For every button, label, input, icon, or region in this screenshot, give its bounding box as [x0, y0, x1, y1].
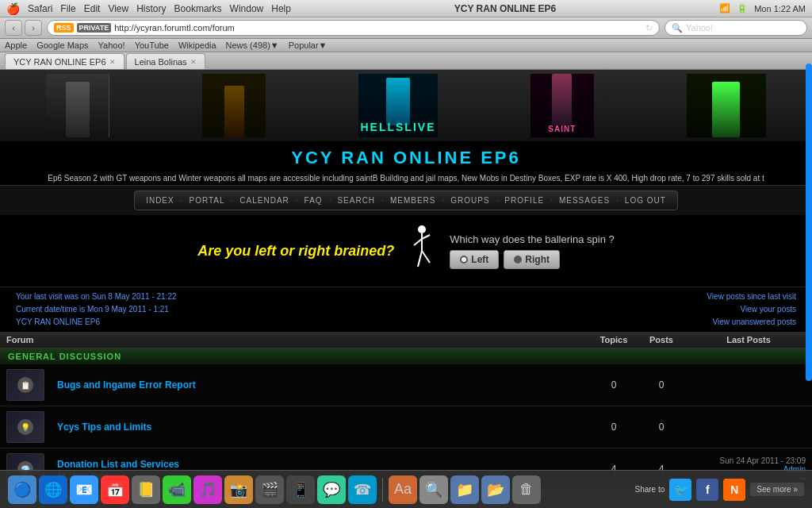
- bookmark-yahoo[interactable]: Yahoo!: [98, 40, 125, 50]
- svg-point-0: [418, 225, 426, 233]
- dock-spotlight[interactable]: 🔍: [419, 475, 448, 504]
- nav-logout[interactable]: LOG OUT: [620, 194, 671, 206]
- menu-file[interactable]: File: [60, 3, 75, 14]
- tab-label-ycyran: YCY RAN ONLINE EP6: [13, 57, 106, 67]
- forum-content: HELLSLIVE SAINT YCY RAN ONLINE EP6 Ep6 S…: [0, 70, 812, 506]
- dock-itunes[interactable]: 🎵: [193, 475, 222, 504]
- visit-right: View posts since last visit View your po…: [707, 291, 796, 329]
- system-status: 📶 🔋 Mon 1:22 AM: [719, 3, 806, 13]
- forum-icon-cell: 📋: [0, 364, 51, 406]
- your-posts-link[interactable]: View your posts: [707, 303, 796, 316]
- dock-right-section: Share to 🐦 f N See more »: [634, 479, 804, 501]
- search-bar[interactable]: 🔍 Yahoo!: [665, 20, 807, 36]
- see-more-button[interactable]: See more »: [750, 483, 804, 496]
- dock-folder1[interactable]: 📁: [450, 475, 479, 504]
- menu-history[interactable]: History: [136, 3, 166, 14]
- menu-window[interactable]: Window: [230, 3, 264, 14]
- nav-members[interactable]: MEMBERS: [385, 194, 441, 206]
- lastpost-tips: [685, 406, 812, 448]
- forum-title: YCY RAN ONLINE EP6: [0, 141, 812, 171]
- dock-addressbook[interactable]: 📒: [132, 475, 160, 504]
- menu-edit[interactable]: Edit: [84, 3, 101, 14]
- nav-buttons[interactable]: ‹ ›: [5, 20, 42, 36]
- forum-name-tips[interactable]: Ycys Tips and Limits: [57, 421, 584, 433]
- nav-groups[interactable]: GROUPS: [446, 194, 494, 206]
- bookmark-popular[interactable]: Popular▼: [289, 40, 327, 50]
- lastpost-donation-date: Sun 24 Apr 2011 - 23:09: [691, 456, 806, 465]
- tab-label-leina: Leina Bolinas: [135, 57, 187, 67]
- nav-faq[interactable]: FAQ: [300, 194, 327, 206]
- nav-index[interactable]: INDEX: [141, 194, 179, 206]
- bookmarks-bar: Apple Google Maps Yahoo! YouTube Wikiped…: [0, 39, 812, 52]
- left-radio: [460, 256, 468, 264]
- tab-close-leina[interactable]: ✕: [190, 58, 197, 66]
- tab-close-ycyran[interactable]: ✕: [109, 58, 116, 66]
- dock-skype[interactable]: ☎: [348, 475, 377, 504]
- lastpost-bugs: [685, 364, 812, 406]
- menu-bookmarks[interactable]: Bookmarks: [174, 3, 222, 14]
- nav-portal[interactable]: PORTAL: [184, 194, 229, 206]
- bookmark-googlemaps[interactable]: Google Maps: [36, 40, 88, 50]
- bookmark-news[interactable]: News (498)▼: [226, 40, 279, 50]
- section-general: GENERAL DISCUSSION: [0, 348, 812, 365]
- dock-iphoto[interactable]: 📸: [224, 475, 253, 504]
- bookmark-youtube[interactable]: YouTube: [135, 40, 169, 50]
- scrollbar[interactable]: [806, 64, 812, 381]
- svg-line-3: [422, 235, 430, 239]
- bookmark-apple[interactable]: Apple: [5, 40, 27, 50]
- news-icon[interactable]: N: [723, 479, 745, 501]
- back-button[interactable]: ‹: [5, 20, 22, 36]
- bookmark-wikipedia[interactable]: Wikipedia: [178, 40, 216, 50]
- dock-messages[interactable]: 💬: [317, 475, 346, 504]
- dock-ical[interactable]: 📅: [101, 475, 129, 504]
- safari-toolbar: ‹ › RSS PRIVATE http://ycyran.forumtl.co…: [0, 17, 812, 39]
- menu-safari[interactable]: Safari: [28, 3, 52, 14]
- battery-icon: 🔋: [737, 3, 748, 13]
- forward-button[interactable]: ›: [25, 20, 42, 36]
- right-radio: [514, 256, 522, 264]
- dock-mail[interactable]: 📧: [70, 475, 98, 504]
- mac-menubar: 🍎 Safari File Edit View History Bookmark…: [0, 0, 812, 17]
- menu-view[interactable]: View: [108, 3, 128, 14]
- spin-right-button[interactable]: Right: [504, 250, 560, 269]
- dock-fontbook[interactable]: Aa: [389, 475, 417, 504]
- table-header-row: Forum Topics Posts Last Posts: [0, 332, 812, 348]
- spin-options: Left Right: [450, 250, 560, 269]
- menu-items[interactable]: 🍎 Safari File Edit View History Bookmark…: [6, 2, 291, 15]
- spin-left-button[interactable]: Left: [450, 250, 499, 269]
- nav-calendar[interactable]: CALENDAR: [235, 194, 293, 206]
- forum-icon-bugs: 📋: [6, 369, 44, 401]
- url-bar[interactable]: RSS PRIVATE http://ycyran.forumtl.com/fo…: [47, 20, 660, 36]
- svg-line-5: [422, 251, 430, 263]
- forum-name-breadcrumb[interactable]: YCY RAN ONLINE EP6: [16, 316, 177, 329]
- nav-menu-inner: INDEX · PORTAL · CALENDAR · FAQ · SEARCH…: [134, 190, 678, 210]
- forum-name-bugs[interactable]: Bugs and Ingame Error Report: [57, 379, 584, 391]
- forum-col-header: Forum: [0, 332, 590, 348]
- forum-subtitle: Ep6 Season 2 with GT weapons and Winter …: [0, 171, 812, 186]
- nav-profile[interactable]: PROFILE: [500, 194, 549, 206]
- dock-iphone[interactable]: 📱: [286, 475, 315, 504]
- forum-name-donation[interactable]: Donation List and Services: [57, 459, 584, 470]
- twitter-icon[interactable]: 🐦: [669, 479, 691, 501]
- dock-trash[interactable]: 🗑: [512, 475, 541, 504]
- dock-folder2[interactable]: 📂: [481, 475, 510, 504]
- nav-search[interactable]: SEARCH: [332, 194, 380, 206]
- search-icon: 🔍: [672, 23, 683, 33]
- dock-safari[interactable]: 🌐: [39, 475, 67, 504]
- apple-menu[interactable]: 🍎: [6, 2, 20, 15]
- tab-ycyran[interactable]: YCY RAN ONLINE EP6 ✕: [5, 53, 124, 69]
- menu-help[interactable]: Help: [271, 3, 291, 14]
- url-text: http://ycyran.forumtl.com/forum: [114, 23, 642, 33]
- posts-since-link[interactable]: View posts since last visit: [707, 291, 796, 303]
- ballerina-figure: [410, 223, 434, 279]
- forum-icon-tips: 💡: [6, 411, 44, 443]
- tab-leina[interactable]: Leina Bolinas ✕: [126, 53, 205, 69]
- dock-facetime[interactable]: 📹: [163, 475, 191, 504]
- facebook-icon[interactable]: f: [696, 479, 718, 501]
- nav-messages[interactable]: MESSAGES: [554, 194, 615, 206]
- posts-col-header: Posts: [638, 332, 685, 348]
- dock-imovie[interactable]: 🎬: [255, 475, 284, 504]
- unanswered-link[interactable]: View unanswered posts: [707, 316, 796, 329]
- refresh-icon[interactable]: ↻: [645, 23, 653, 33]
- dock-finder[interactable]: 🔵: [8, 475, 36, 504]
